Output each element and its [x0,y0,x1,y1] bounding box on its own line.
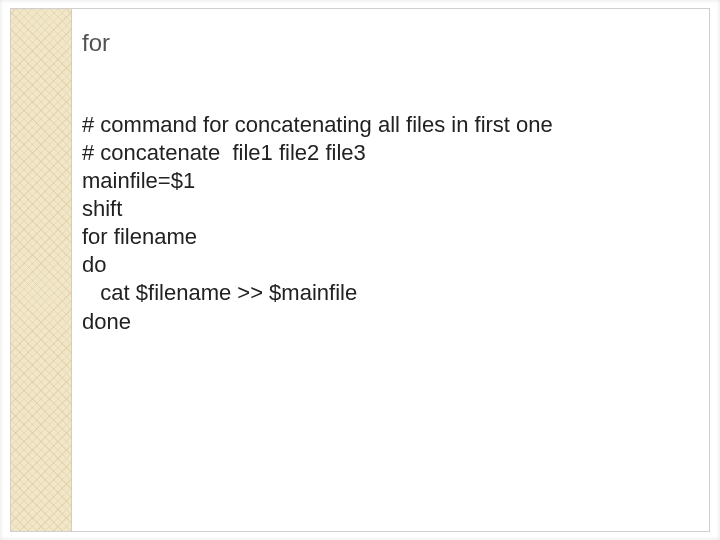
decorative-stripe [10,8,72,532]
code-line: # concatenate file1 file2 file3 [82,140,366,165]
code-line: do [82,252,106,277]
code-line: cat $filename >> $mainfile [82,280,357,305]
code-block: # command for concatenating all files in… [82,82,700,364]
code-line: mainfile=$1 [82,168,195,193]
code-line: done [82,309,131,334]
content-area: for # command for concatenating all file… [82,30,700,364]
code-line: # command for concatenating all files in… [82,112,553,137]
slide-container: for # command for concatenating all file… [0,0,720,540]
slide-title: for [82,30,700,56]
code-line: shift [82,196,122,221]
code-line: for filename [82,224,197,249]
